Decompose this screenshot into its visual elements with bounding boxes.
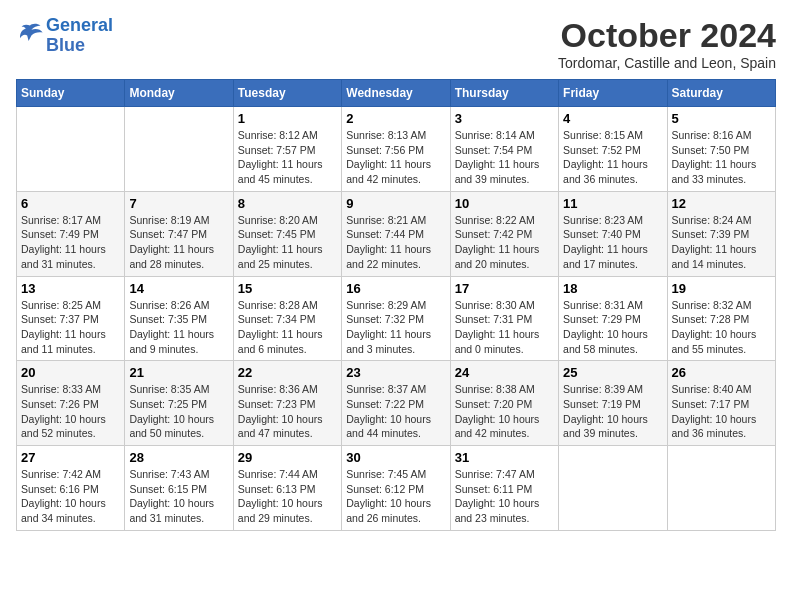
day-info: Sunrise: 8:24 AM Sunset: 7:39 PM Dayligh… <box>672 213 771 272</box>
calendar-cell: 26Sunrise: 8:40 AM Sunset: 7:17 PM Dayli… <box>667 361 775 446</box>
day-number: 25 <box>563 365 662 380</box>
day-number: 23 <box>346 365 445 380</box>
day-info: Sunrise: 8:20 AM Sunset: 7:45 PM Dayligh… <box>238 213 337 272</box>
day-number: 31 <box>455 450 554 465</box>
day-info: Sunrise: 8:25 AM Sunset: 7:37 PM Dayligh… <box>21 298 120 357</box>
calendar-cell: 22Sunrise: 8:36 AM Sunset: 7:23 PM Dayli… <box>233 361 341 446</box>
day-info: Sunrise: 7:45 AM Sunset: 6:12 PM Dayligh… <box>346 467 445 526</box>
day-number: 20 <box>21 365 120 380</box>
weekday-header: Friday <box>559 80 667 107</box>
calendar-cell: 16Sunrise: 8:29 AM Sunset: 7:32 PM Dayli… <box>342 276 450 361</box>
weekday-header: Sunday <box>17 80 125 107</box>
day-info: Sunrise: 7:43 AM Sunset: 6:15 PM Dayligh… <box>129 467 228 526</box>
day-info: Sunrise: 8:19 AM Sunset: 7:47 PM Dayligh… <box>129 213 228 272</box>
calendar-cell: 10Sunrise: 8:22 AM Sunset: 7:42 PM Dayli… <box>450 191 558 276</box>
title-block: October 2024 Tordomar, Castille and Leon… <box>558 16 776 71</box>
day-info: Sunrise: 8:38 AM Sunset: 7:20 PM Dayligh… <box>455 382 554 441</box>
calendar-cell: 4Sunrise: 8:15 AM Sunset: 7:52 PM Daylig… <box>559 107 667 192</box>
logo-text: General Blue <box>46 16 113 56</box>
day-number: 1 <box>238 111 337 126</box>
day-number: 10 <box>455 196 554 211</box>
day-info: Sunrise: 8:29 AM Sunset: 7:32 PM Dayligh… <box>346 298 445 357</box>
calendar-cell: 30Sunrise: 7:45 AM Sunset: 6:12 PM Dayli… <box>342 446 450 531</box>
calendar-cell <box>667 446 775 531</box>
day-info: Sunrise: 8:14 AM Sunset: 7:54 PM Dayligh… <box>455 128 554 187</box>
logo-bird-icon <box>16 20 44 48</box>
calendar-cell: 3Sunrise: 8:14 AM Sunset: 7:54 PM Daylig… <box>450 107 558 192</box>
day-number: 2 <box>346 111 445 126</box>
day-info: Sunrise: 8:15 AM Sunset: 7:52 PM Dayligh… <box>563 128 662 187</box>
day-info: Sunrise: 8:31 AM Sunset: 7:29 PM Dayligh… <box>563 298 662 357</box>
calendar-cell: 7Sunrise: 8:19 AM Sunset: 7:47 PM Daylig… <box>125 191 233 276</box>
calendar-cell: 12Sunrise: 8:24 AM Sunset: 7:39 PM Dayli… <box>667 191 775 276</box>
day-info: Sunrise: 7:42 AM Sunset: 6:16 PM Dayligh… <box>21 467 120 526</box>
calendar-cell: 8Sunrise: 8:20 AM Sunset: 7:45 PM Daylig… <box>233 191 341 276</box>
day-info: Sunrise: 8:32 AM Sunset: 7:28 PM Dayligh… <box>672 298 771 357</box>
day-number: 5 <box>672 111 771 126</box>
calendar-cell: 9Sunrise: 8:21 AM Sunset: 7:44 PM Daylig… <box>342 191 450 276</box>
day-number: 13 <box>21 281 120 296</box>
day-number: 11 <box>563 196 662 211</box>
day-info: Sunrise: 8:36 AM Sunset: 7:23 PM Dayligh… <box>238 382 337 441</box>
day-info: Sunrise: 8:12 AM Sunset: 7:57 PM Dayligh… <box>238 128 337 187</box>
day-number: 21 <box>129 365 228 380</box>
calendar-cell <box>559 446 667 531</box>
logo: General Blue <box>16 16 113 56</box>
weekday-header: Tuesday <box>233 80 341 107</box>
day-number: 17 <box>455 281 554 296</box>
calendar-cell: 21Sunrise: 8:35 AM Sunset: 7:25 PM Dayli… <box>125 361 233 446</box>
page-header: General Blue October 2024 Tordomar, Cast… <box>16 16 776 71</box>
day-number: 3 <box>455 111 554 126</box>
day-number: 16 <box>346 281 445 296</box>
calendar-cell: 27Sunrise: 7:42 AM Sunset: 6:16 PM Dayli… <box>17 446 125 531</box>
calendar-cell: 2Sunrise: 8:13 AM Sunset: 7:56 PM Daylig… <box>342 107 450 192</box>
day-number: 8 <box>238 196 337 211</box>
calendar-cell <box>125 107 233 192</box>
day-number: 12 <box>672 196 771 211</box>
calendar-cell: 11Sunrise: 8:23 AM Sunset: 7:40 PM Dayli… <box>559 191 667 276</box>
calendar-cell: 13Sunrise: 8:25 AM Sunset: 7:37 PM Dayli… <box>17 276 125 361</box>
day-number: 27 <box>21 450 120 465</box>
day-info: Sunrise: 8:21 AM Sunset: 7:44 PM Dayligh… <box>346 213 445 272</box>
day-number: 7 <box>129 196 228 211</box>
day-number: 19 <box>672 281 771 296</box>
calendar-cell: 1Sunrise: 8:12 AM Sunset: 7:57 PM Daylig… <box>233 107 341 192</box>
calendar-cell: 23Sunrise: 8:37 AM Sunset: 7:22 PM Dayli… <box>342 361 450 446</box>
calendar-table: SundayMondayTuesdayWednesdayThursdayFrid… <box>16 79 776 531</box>
calendar-cell: 14Sunrise: 8:26 AM Sunset: 7:35 PM Dayli… <box>125 276 233 361</box>
calendar-cell: 20Sunrise: 8:33 AM Sunset: 7:26 PM Dayli… <box>17 361 125 446</box>
calendar-cell: 6Sunrise: 8:17 AM Sunset: 7:49 PM Daylig… <box>17 191 125 276</box>
calendar-cell: 28Sunrise: 7:43 AM Sunset: 6:15 PM Dayli… <box>125 446 233 531</box>
day-info: Sunrise: 8:35 AM Sunset: 7:25 PM Dayligh… <box>129 382 228 441</box>
day-number: 14 <box>129 281 228 296</box>
day-number: 4 <box>563 111 662 126</box>
calendar-cell: 15Sunrise: 8:28 AM Sunset: 7:34 PM Dayli… <box>233 276 341 361</box>
calendar-cell <box>17 107 125 192</box>
calendar-cell: 31Sunrise: 7:47 AM Sunset: 6:11 PM Dayli… <box>450 446 558 531</box>
day-number: 18 <box>563 281 662 296</box>
calendar-cell: 19Sunrise: 8:32 AM Sunset: 7:28 PM Dayli… <box>667 276 775 361</box>
day-info: Sunrise: 8:16 AM Sunset: 7:50 PM Dayligh… <box>672 128 771 187</box>
calendar-cell: 18Sunrise: 8:31 AM Sunset: 7:29 PM Dayli… <box>559 276 667 361</box>
month-title: October 2024 <box>558 16 776 55</box>
calendar-cell: 17Sunrise: 8:30 AM Sunset: 7:31 PM Dayli… <box>450 276 558 361</box>
day-info: Sunrise: 8:26 AM Sunset: 7:35 PM Dayligh… <box>129 298 228 357</box>
day-number: 22 <box>238 365 337 380</box>
location-subtitle: Tordomar, Castille and Leon, Spain <box>558 55 776 71</box>
day-info: Sunrise: 8:39 AM Sunset: 7:19 PM Dayligh… <box>563 382 662 441</box>
day-info: Sunrise: 8:23 AM Sunset: 7:40 PM Dayligh… <box>563 213 662 272</box>
day-number: 29 <box>238 450 337 465</box>
day-number: 28 <box>129 450 228 465</box>
day-info: Sunrise: 8:17 AM Sunset: 7:49 PM Dayligh… <box>21 213 120 272</box>
weekday-header: Monday <box>125 80 233 107</box>
day-number: 6 <box>21 196 120 211</box>
day-info: Sunrise: 8:33 AM Sunset: 7:26 PM Dayligh… <box>21 382 120 441</box>
day-number: 26 <box>672 365 771 380</box>
day-number: 24 <box>455 365 554 380</box>
day-info: Sunrise: 7:44 AM Sunset: 6:13 PM Dayligh… <box>238 467 337 526</box>
calendar-cell: 24Sunrise: 8:38 AM Sunset: 7:20 PM Dayli… <box>450 361 558 446</box>
weekday-header: Wednesday <box>342 80 450 107</box>
weekday-header: Thursday <box>450 80 558 107</box>
day-info: Sunrise: 7:47 AM Sunset: 6:11 PM Dayligh… <box>455 467 554 526</box>
day-info: Sunrise: 8:13 AM Sunset: 7:56 PM Dayligh… <box>346 128 445 187</box>
